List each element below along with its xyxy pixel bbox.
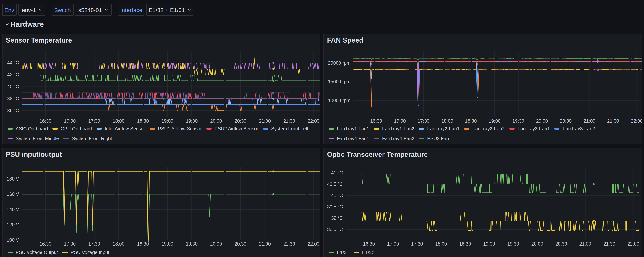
- svg-text:22:00: 22:00: [631, 118, 642, 124]
- svg-text:18:00: 18:00: [435, 241, 447, 247]
- svg-text:17:30: 17:30: [418, 118, 430, 124]
- svg-text:21:30: 21:30: [604, 241, 615, 247]
- svg-text:140 V: 140 V: [6, 207, 19, 212]
- svg-text:20:00: 20:00: [210, 241, 222, 247]
- svg-text:39.5 °C: 39.5 °C: [327, 204, 343, 209]
- svg-text:20:30: 20:30: [234, 118, 246, 124]
- svg-text:21:00: 21:00: [584, 118, 595, 124]
- svg-text:17:00: 17:00: [394, 118, 406, 124]
- svg-text:22:00: 22:00: [308, 241, 319, 247]
- svg-text:41 °C: 41 °C: [331, 170, 343, 175]
- svg-text:21:00: 21:00: [259, 241, 271, 247]
- svg-text:19:30: 19:30: [186, 241, 198, 247]
- svg-text:18:30: 18:30: [137, 241, 149, 247]
- svg-text:18:00: 18:00: [112, 241, 124, 247]
- svg-text:21:30: 21:30: [283, 241, 295, 247]
- svg-text:19:30: 19:30: [186, 118, 198, 124]
- svg-text:19:00: 19:00: [489, 118, 501, 124]
- svg-text:19:30: 19:30: [512, 118, 524, 124]
- svg-text:180 V: 180 V: [6, 176, 19, 181]
- svg-text:17:30: 17:30: [411, 241, 423, 247]
- svg-text:19:00: 19:00: [483, 241, 495, 247]
- svg-text:22:00: 22:00: [628, 241, 639, 247]
- svg-text:22:00: 22:00: [308, 118, 319, 124]
- svg-text:15000 rpm: 15000 rpm: [328, 79, 350, 84]
- svg-text:21:30: 21:30: [283, 118, 295, 124]
- svg-text:18:00: 18:00: [112, 118, 124, 124]
- svg-text:16:30: 16:30: [370, 118, 382, 124]
- svg-text:20:00: 20:00: [536, 118, 548, 124]
- svg-text:20000 rpm: 20000 rpm: [328, 60, 350, 66]
- svg-text:18:30: 18:30: [137, 118, 149, 124]
- svg-text:39 °C: 39 °C: [331, 215, 343, 221]
- svg-text:20:30: 20:30: [560, 118, 572, 124]
- svg-text:100 V: 100 V: [6, 237, 19, 243]
- svg-text:17:30: 17:30: [88, 118, 100, 124]
- svg-text:18:30: 18:30: [459, 241, 471, 247]
- svg-text:17:00: 17:00: [64, 118, 76, 124]
- svg-text:120 V: 120 V: [6, 222, 19, 227]
- svg-text:40.5 °C: 40.5 °C: [327, 181, 343, 187]
- svg-text:16:30: 16:30: [363, 241, 375, 247]
- svg-text:40 °C: 40 °C: [7, 84, 19, 89]
- svg-text:19:00: 19:00: [161, 241, 173, 247]
- svg-text:10000 rpm: 10000 rpm: [328, 98, 350, 103]
- svg-text:21:00: 21:00: [579, 241, 591, 247]
- svg-text:20:30: 20:30: [555, 241, 567, 247]
- svg-text:17:00: 17:00: [64, 241, 76, 247]
- svg-text:19:00: 19:00: [161, 118, 173, 124]
- svg-text:16:30: 16:30: [40, 118, 51, 124]
- svg-text:21:00: 21:00: [259, 118, 271, 124]
- svg-text:38.5 °C: 38.5 °C: [327, 227, 343, 232]
- svg-text:38 °C: 38 °C: [7, 96, 19, 101]
- svg-text:16:30: 16:30: [40, 241, 51, 247]
- svg-text:160 V: 160 V: [6, 191, 19, 197]
- svg-text:20:00: 20:00: [210, 118, 222, 124]
- svg-text:20:30: 20:30: [234, 241, 246, 247]
- svg-text:20:00: 20:00: [532, 241, 543, 247]
- svg-text:44 °C: 44 °C: [7, 60, 19, 65]
- svg-text:36 °C: 36 °C: [7, 108, 19, 113]
- svg-text:17:00: 17:00: [387, 241, 399, 247]
- svg-text:21:30: 21:30: [607, 118, 619, 124]
- svg-text:18:30: 18:30: [465, 118, 477, 124]
- svg-text:18:00: 18:00: [442, 118, 453, 124]
- svg-text:42 °C: 42 °C: [7, 72, 19, 77]
- svg-text:40 °C: 40 °C: [331, 193, 343, 198]
- svg-text:19:30: 19:30: [507, 241, 519, 247]
- svg-text:17:30: 17:30: [88, 241, 100, 247]
